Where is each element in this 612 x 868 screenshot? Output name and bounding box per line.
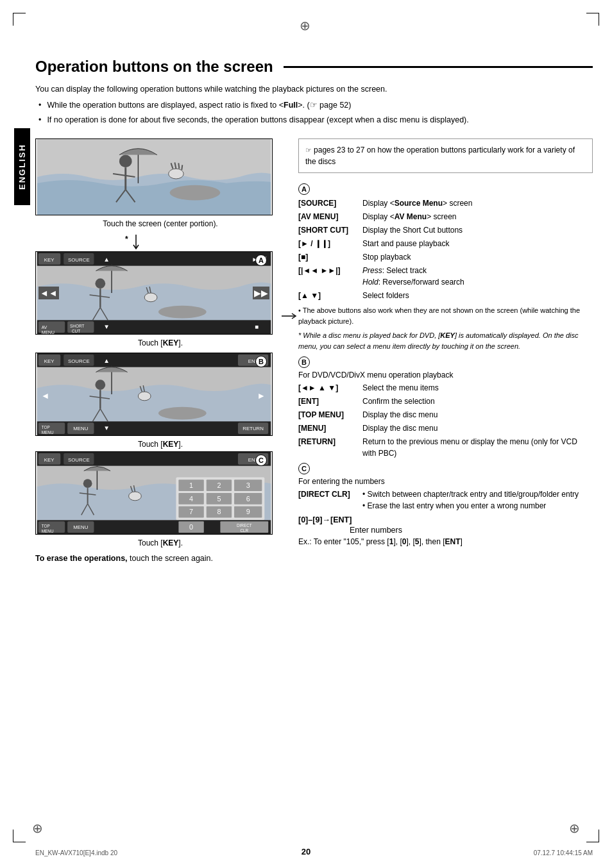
svg-text:MENU: MENU — [42, 529, 54, 533]
corner-mark-tr — [586, 13, 599, 26]
footer-right: 07.12.7 10:44:15 AM — [534, 849, 593, 856]
screen-display-2: KEY SOURCE ▲ ►❙❙ — [35, 251, 273, 335]
section-a-buttons: [SOURCE] Display <Source Menu> screen [A… — [298, 197, 593, 301]
bullet-2: • If no operation is done for about five… — [38, 114, 593, 126]
touch-screen-caption: Touch the screen (center portion). — [35, 219, 285, 228]
touch-key-b-caption: Touch [KEY]. — [35, 440, 285, 449]
svg-text:8: 8 — [217, 508, 221, 516]
skip-forward-icon: ▶▶ — [253, 287, 269, 299]
svg-point-86 — [129, 492, 142, 501]
svg-text:RETURN: RETURN — [242, 426, 264, 431]
btn-ent: [ENT] Confirm the selection — [298, 396, 593, 407]
corner-mark-tl — [13, 13, 26, 26]
svg-text:▲: ▲ — [103, 256, 110, 263]
page-footer: EN_KW-AVX710[E]4.indb 20 07.12.7 10:44:1… — [35, 849, 593, 856]
svg-text:▼: ▼ — [103, 424, 110, 431]
svg-text:MENU: MENU — [42, 430, 54, 435]
screen-display-1 — [35, 138, 273, 215]
page-title-text: Operation buttons on the screen — [35, 58, 273, 76]
svg-point-29 — [144, 293, 157, 302]
section-c: C For entering the numbers [DIRECT CLR] … — [298, 463, 593, 546]
svg-line-12 — [182, 165, 182, 171]
btn-stop: [■] Stop playback — [298, 251, 593, 263]
section-c-title: For entering the numbers — [298, 477, 593, 486]
svg-text:▲: ▲ — [103, 357, 110, 364]
svg-text:SOURCE: SOURCE — [68, 358, 90, 364]
two-column-layout: Touch the screen (center portion). * — [35, 138, 593, 563]
section-a: A [SOURCE] Display <Source Menu> screen … — [298, 183, 593, 351]
svg-text:►: ► — [257, 391, 266, 401]
section-a-note: • The above buttons also work when they … — [298, 305, 593, 326]
diagram-key-c: KEY SOURCE ENT — [35, 451, 285, 547]
btn-direct-clr: [DIRECT CLR] • Switch between chapter/tr… — [298, 488, 593, 512]
svg-text:CUT: CUT — [72, 329, 80, 333]
svg-point-22 — [95, 279, 105, 289]
svg-text:MENU: MENU — [73, 426, 88, 431]
svg-text:▼: ▼ — [103, 323, 110, 330]
reference-box: ☞ pages 23 to 27 on how the operation bu… — [298, 138, 593, 173]
enter-label: [0]–[9]→[ENT] — [298, 515, 593, 524]
svg-text:MENU: MENU — [42, 330, 55, 334]
btn-nav-arrows: [◄► ▲ ▼] Select the menu items — [298, 382, 593, 394]
svg-text:SOURCE: SOURCE — [68, 257, 90, 263]
btn-folders: [▲ ▼] Select folders — [298, 290, 593, 301]
enter-desc: Enter numbers — [350, 526, 593, 535]
diagram-key-b: KEY SOURCE ▲ ENT — [35, 353, 285, 449]
svg-point-58 — [138, 392, 151, 401]
footer-left: EN_KW-AVX710[E]4.indb 20 — [35, 849, 117, 856]
asterisk-pointer: * — [125, 235, 285, 250]
svg-point-1 — [119, 155, 132, 168]
touch-key-a-caption: Touch [KEY]. — [35, 338, 285, 347]
svg-text:SHORT: SHORT — [70, 324, 84, 328]
section-a-star-note: * While a disc menu is played back for D… — [298, 330, 593, 351]
section-b-buttons: [◄► ▲ ▼] Select the menu items [ENT] Con… — [298, 382, 593, 459]
svg-text:1: 1 — [189, 481, 193, 489]
svg-point-7 — [170, 185, 221, 201]
erase-note: To erase the operations, touch the scree… — [35, 554, 285, 563]
section-b-title: For DVD/VCD/DivX menu operation playback — [298, 371, 593, 380]
svg-text:DIRECT: DIRECT — [237, 523, 252, 528]
svg-point-57 — [158, 407, 207, 420]
svg-point-8 — [169, 169, 184, 179]
bullet-1: • While the operation buttons are displa… — [38, 99, 593, 112]
svg-text:5: 5 — [217, 495, 221, 503]
svg-text:KEY: KEY — [44, 358, 55, 364]
left-column: Touch the screen (center portion). * — [35, 138, 285, 563]
down-arrow-icon — [131, 235, 141, 250]
btn-menu: [MENU] Display the disc menu — [298, 422, 593, 434]
svg-text:2: 2 — [217, 481, 221, 489]
corner-mark-bl — [13, 830, 26, 842]
svg-point-80 — [83, 480, 92, 488]
btn-av-menu: [AV MENU] Display <AV Menu> screen — [298, 211, 593, 222]
svg-line-11 — [178, 163, 179, 169]
enter-example: Ex.: To enter "105," press [1], [0], [5]… — [298, 537, 593, 546]
svg-text:KEY: KEY — [44, 257, 55, 263]
section-b-label: B — [298, 356, 310, 368]
btn-play-pause: [► / ❙❙] Start and pause playback — [298, 238, 593, 249]
section-b: B For DVD/VCD/DivX menu operation playba… — [298, 356, 593, 459]
btn-source: [SOURCE] Display <Source Menu> screen — [298, 197, 593, 209]
main-content: Operation buttons on the screen You can … — [35, 58, 593, 830]
svg-text:AV: AV — [42, 325, 47, 330]
svg-point-28 — [158, 306, 207, 319]
svg-text:■: ■ — [255, 323, 259, 330]
diagram-touch-screen: Touch the screen (center portion). — [35, 138, 285, 228]
btn-short-cut: [SHORT CUT] Display the Short Cut button… — [298, 224, 593, 236]
svg-text:MENU: MENU — [73, 524, 88, 530]
reference-box-text: pages 23 to 27 on how the operation butt… — [305, 146, 575, 166]
svg-text:0: 0 — [189, 523, 193, 531]
svg-text:6: 6 — [246, 495, 250, 503]
page-number: 20 — [302, 847, 310, 856]
svg-text:KEY: KEY — [44, 457, 55, 463]
right-column: ☞ pages 23 to 27 on how the operation bu… — [298, 138, 593, 563]
btn-return: [RETURN] Return to the previous menu or … — [298, 436, 593, 459]
svg-point-51 — [95, 380, 105, 390]
svg-text:7: 7 — [189, 508, 193, 516]
svg-text:SOURCE: SOURCE — [68, 457, 90, 463]
svg-text:◄: ◄ — [41, 391, 50, 401]
corner-mark-br — [586, 830, 599, 842]
page-title: Operation buttons on the screen — [35, 58, 593, 76]
btn-track: [|◄◄ ►►|] Press: Select track Hold: Reve… — [298, 265, 593, 288]
diagram-key-a: KEY SOURCE ▲ ►❙❙ — [35, 251, 285, 321]
title-bar-decoration — [284, 66, 593, 68]
